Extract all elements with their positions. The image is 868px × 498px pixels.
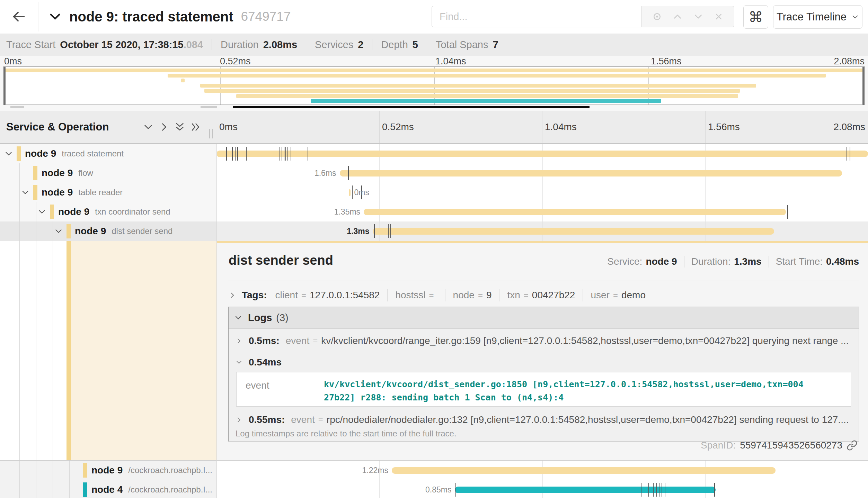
- span-row[interactable]: node 4 /cockroach.roachpb.I... 0.85ms: [0, 480, 868, 498]
- collapse-children-chevron-icon[interactable]: [21, 188, 30, 197]
- span-row[interactable]: node 9 table reader 0ms: [0, 183, 868, 202]
- span-operation-name: table reader: [78, 188, 123, 197]
- span-duration-bar[interactable]: [349, 189, 351, 196]
- expand-one-icon[interactable]: [159, 121, 170, 133]
- gridline: [705, 111, 706, 143]
- log-entry[interactable]: 0.5ms: event = kv/kvclient/kvcoord/range…: [236, 332, 852, 350]
- span-duration-bar[interactable]: [392, 467, 776, 474]
- log-marker-tick: [352, 185, 353, 199]
- log-marker-tick: [455, 483, 456, 497]
- trace-view-selector[interactable]: Trace Timeline: [773, 5, 862, 29]
- timeline-tick-label: 1.04ms: [545, 111, 577, 143]
- trace-title-group[interactable]: node 9: traced statement 6749717: [48, 0, 291, 33]
- gridline: [379, 480, 380, 498]
- log-marker-tick: [348, 166, 349, 180]
- log-entry-expanded-header[interactable]: 0.54ms: [236, 355, 852, 370]
- span-duration-bar[interactable]: [216, 151, 868, 157]
- span-duration-bar[interactable]: [340, 170, 842, 176]
- span-bar-cell[interactable]: 0.85ms: [216, 480, 868, 498]
- span-operation-name: traced statement: [62, 149, 124, 159]
- span-service-name: node 9: [42, 187, 73, 198]
- gridline: [705, 183, 706, 202]
- log-marker-tick: [285, 147, 286, 161]
- span-rows: node 9 traced statement node 9 flow 1.6m…: [0, 144, 868, 498]
- span-row[interactable]: node 9 txn coordinator send 1.35ms: [0, 202, 868, 221]
- expand-all-icon[interactable]: [190, 121, 201, 133]
- span-bar-cell[interactable]: 1.35ms: [216, 202, 868, 221]
- trace-stat: Total Spans7: [436, 39, 498, 51]
- span-operation-name: flow: [78, 168, 93, 178]
- span-bar-cell[interactable]: 1.22ms: [216, 461, 868, 480]
- span-bar-cell[interactable]: 1.3ms: [216, 221, 868, 241]
- span-color-strip: [67, 241, 71, 460]
- span-bar-cell[interactable]: [216, 144, 868, 163]
- tags-title: Tags:: [242, 290, 267, 301]
- log-expand-chevron-icon[interactable]: [236, 337, 242, 344]
- span-duration-bar[interactable]: [373, 228, 774, 235]
- span-row[interactable]: node 9 flow 1.6ms: [0, 163, 868, 183]
- log-marker-tick: [237, 147, 238, 161]
- collapse-children-chevron-icon[interactable]: [4, 149, 13, 158]
- span-tree-cell[interactable]: node 9 dist sender send: [0, 221, 216, 241]
- log-marker-tick: [282, 147, 282, 161]
- stat-divider: [212, 39, 212, 50]
- span-service-name: node 9: [42, 167, 73, 179]
- minimap-canvas[interactable]: [3, 66, 865, 105]
- collapse-children-chevron-icon[interactable]: [54, 227, 63, 236]
- log-entry[interactable]: 0.55ms: event = rpc/nodedialer/nodediale…: [236, 411, 852, 429]
- copy-link-icon[interactable]: [847, 440, 858, 451]
- collapse-trace-chevron-icon[interactable]: [48, 9, 62, 24]
- span-tree-cell[interactable]: node 9 flow: [0, 163, 216, 183]
- tags-row[interactable]: Tags: client=127.0.0.1:54582 hostssl= no…: [229, 286, 646, 305]
- locate-icon[interactable]: [652, 11, 662, 22]
- minimap-tick-label: 1.56ms: [651, 56, 682, 67]
- span-bar-cell[interactable]: 1.6ms: [216, 163, 868, 183]
- span-row[interactable]: node 9 /cockroach.roachpb.I... 1.22ms: [0, 461, 868, 480]
- span-tree-cell[interactable]: node 4 /cockroach.roachpb.I...: [0, 480, 216, 498]
- collapse-children-chevron-icon[interactable]: [37, 207, 46, 216]
- indent-guide: [19, 202, 20, 221]
- keyboard-shortcuts-button[interactable]: ⌘: [743, 5, 768, 29]
- span-bar-cell[interactable]: 0ms: [216, 183, 868, 202]
- span-tree-cell[interactable]: node 9 txn coordinator send: [0, 202, 216, 221]
- stat-divider: [372, 39, 372, 50]
- indent-guide: [69, 480, 70, 498]
- span-row[interactable]: node 9 dist sender send 1.3ms: [0, 221, 868, 241]
- indent-guide: [53, 461, 53, 480]
- indent-guide: [53, 241, 53, 460]
- indent-guide: [19, 241, 20, 460]
- clear-find-icon[interactable]: [714, 11, 724, 22]
- tags-expand-chevron-icon[interactable]: [229, 291, 236, 299]
- span-row[interactable]: node 9 traced statement: [0, 144, 868, 163]
- log-expand-chevron-icon[interactable]: [236, 416, 242, 423]
- find-input[interactable]: [432, 6, 657, 27]
- collapse-one-icon[interactable]: [143, 121, 154, 133]
- next-match-icon[interactable]: [693, 11, 703, 22]
- collapse-all-icon[interactable]: [174, 121, 185, 133]
- span-color-strip: [83, 482, 87, 497]
- minimap-scrubber-stub[interactable]: [10, 106, 24, 108]
- prev-match-icon[interactable]: [672, 11, 683, 22]
- log-field-key: event: [237, 372, 324, 406]
- span-tree-cell[interactable]: node 9 /cockroach.roachpb.I...: [0, 461, 216, 480]
- log-marker-tick: [847, 147, 847, 161]
- log-field-table: event kv/kvclient/kvcoord/dist_sender.go…: [236, 372, 851, 407]
- trace-stats-bar: Trace StartOctober 15 2020, 17:38:15.084…: [0, 34, 868, 56]
- column-divider[interactable]: [216, 111, 217, 498]
- span-tree-cell[interactable]: node 9 table reader: [0, 183, 216, 202]
- span-duration-bar[interactable]: [364, 209, 786, 215]
- tag: txn=00427b22: [507, 290, 575, 301]
- detail-meta: Service:node 9 Duration:1.3ms Start Time…: [607, 256, 859, 268]
- back-button[interactable]: [6, 5, 32, 28]
- span-duration-bar[interactable]: [455, 487, 715, 493]
- span-tree-cell[interactable]: node 9 traced statement: [0, 144, 216, 163]
- minimap-scrubber-stub[interactable]: [201, 106, 217, 108]
- minimap-scrollbar[interactable]: [233, 106, 590, 108]
- logs-header[interactable]: Logs (3): [229, 307, 859, 329]
- logs-collapse-chevron-icon[interactable]: [234, 314, 242, 322]
- column-resizer-grip[interactable]: [209, 129, 213, 138]
- span-operation-name: txn coordinator send: [95, 207, 170, 217]
- duration-meta: Duration:1.3ms: [691, 256, 762, 267]
- log-collapse-chevron-icon[interactable]: [236, 359, 242, 366]
- log-marker-tick: [284, 147, 284, 161]
